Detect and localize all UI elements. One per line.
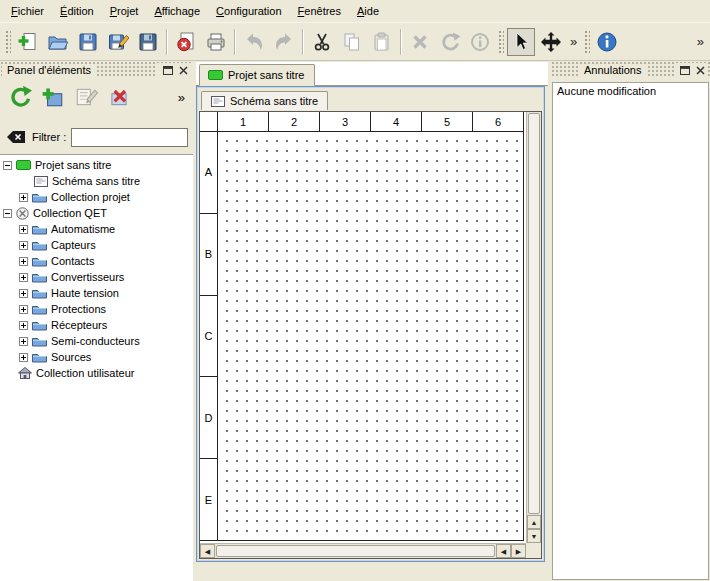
scroll-left-button[interactable] (200, 544, 215, 558)
panel-toolbar-overflow-button[interactable]: » (178, 90, 190, 105)
delete-icon (409, 31, 431, 53)
select-arrow-icon (510, 31, 532, 53)
scroll-up-button[interactable] (527, 515, 541, 529)
column-label: 2 (269, 112, 320, 131)
save-button[interactable] (73, 27, 103, 57)
copy-button (337, 27, 367, 57)
toolbar-drag-handle[interactable] (583, 29, 590, 55)
vertical-scrollbar-thumb[interactable] (528, 113, 540, 514)
elements-panel-dock: Panel d'éléments » (0, 62, 193, 581)
expand-expander-icon[interactable] (19, 305, 28, 314)
tree-item-sources[interactable]: Sources (0, 349, 193, 365)
elements-panel-header[interactable]: Panel d'éléments (0, 62, 193, 78)
edit-element-button (69, 81, 102, 114)
filter-input[interactable] (71, 128, 188, 147)
expand-expander-icon[interactable] (19, 225, 28, 234)
scroll-down-button[interactable] (527, 529, 541, 543)
home-icon (18, 367, 32, 379)
drawing-canvas[interactable] (218, 132, 524, 541)
elements-panel-title: Panel d'éléments (2, 64, 96, 76)
tree-item-haute-tension[interactable]: Haute tension (0, 285, 193, 301)
select-mode-button[interactable] (507, 28, 535, 56)
print-button[interactable] (201, 27, 231, 57)
open-project-button[interactable] (43, 27, 73, 57)
expand-expander-icon[interactable] (19, 337, 28, 346)
toolbar-overflow-button[interactable]: » (693, 34, 708, 49)
float-window-icon (680, 66, 690, 75)
tree-item-automatisme[interactable]: Automatisme (0, 221, 193, 237)
reload-collections-button[interactable] (3, 81, 36, 114)
menu-configuration[interactable]: Configuration (208, 2, 289, 20)
close-icon (696, 66, 705, 75)
close-panel-button[interactable] (693, 63, 708, 77)
menu-aide[interactable]: Aide (349, 2, 387, 20)
save-all-icon (137, 31, 159, 53)
tree-item-recepteurs[interactable]: Récepteurs (0, 317, 193, 333)
menu-projet[interactable]: Projet (102, 2, 147, 20)
cut-button[interactable] (307, 27, 337, 57)
expand-expander-icon[interactable] (19, 193, 28, 202)
expand-expander-icon[interactable] (19, 321, 28, 330)
toolbar-drag-handle[interactable] (497, 29, 504, 55)
tree-item-semi-conducteurs[interactable]: Semi-conducteurs (0, 333, 193, 349)
toolbar-separator (166, 29, 168, 55)
redo-icon (273, 31, 295, 53)
new-document-button[interactable] (13, 27, 43, 57)
scroll-left-button[interactable] (496, 544, 511, 558)
tree-item-convertisseurs[interactable]: Convertisseurs (0, 269, 193, 285)
expand-expander-icon[interactable] (19, 353, 28, 362)
close-panel-button[interactable] (176, 63, 191, 77)
tree-item-contacts[interactable]: Contacts (0, 253, 193, 269)
toolbar-drag-handle[interactable] (4, 29, 11, 55)
undo-history-item[interactable]: Aucune modification (553, 83, 708, 99)
expand-expander-icon[interactable] (19, 257, 28, 266)
project-icon (16, 160, 31, 170)
column-label: 3 (320, 112, 371, 131)
tree-item-capteurs[interactable]: Capteurs (0, 237, 193, 253)
undo-panel-header[interactable]: Annulations (551, 62, 710, 78)
new-element-icon (41, 85, 65, 109)
filter-label: Filtrer : (32, 131, 66, 143)
tree-item-schema[interactable]: Schéma sans titre (0, 173, 193, 189)
expand-expander-icon[interactable] (19, 273, 28, 282)
clear-filter-icon (6, 129, 26, 145)
schema-tab-label: Schéma sans titre (230, 95, 318, 107)
toolbar-overflow-button[interactable]: » (566, 34, 581, 49)
save-as-button[interactable] (103, 27, 133, 57)
tree-item-collection-projet[interactable]: Collection projet (0, 189, 193, 205)
new-element-button[interactable] (36, 81, 69, 114)
about-button[interactable] (592, 27, 622, 57)
folder-icon (32, 239, 47, 251)
folder-icon (32, 191, 47, 203)
float-panel-button[interactable] (160, 63, 175, 77)
rotate-icon (439, 31, 461, 53)
tree-item-collection-utilisateur[interactable]: Collection utilisateur (0, 365, 193, 381)
pan-mode-button[interactable] (536, 27, 566, 57)
collapse-expander-icon[interactable] (3, 161, 12, 170)
horizontal-scrollbar[interactable] (200, 543, 526, 558)
tree-item-collection-qet[interactable]: Collection QET (0, 205, 193, 221)
cut-icon (311, 31, 333, 53)
float-panel-button[interactable] (677, 63, 692, 77)
folder-icon (32, 303, 47, 315)
menu-fenetres[interactable]: Fenêtres (290, 2, 349, 20)
expand-expander-icon[interactable] (19, 289, 28, 298)
scroll-right-button[interactable] (511, 544, 526, 558)
clear-filter-button[interactable] (5, 128, 27, 146)
edit-pencil-icon (74, 85, 98, 109)
collapse-expander-icon[interactable] (3, 209, 12, 218)
menu-edition[interactable]: Édition (52, 2, 102, 20)
tree-item-project[interactable]: Projet sans titre (0, 157, 193, 173)
tree-item-protections[interactable]: Protections (0, 301, 193, 317)
row-label: E (200, 459, 217, 541)
expand-expander-icon[interactable] (19, 241, 28, 250)
schema-tab[interactable]: Schéma sans titre (201, 91, 328, 110)
vertical-scrollbar[interactable] (526, 112, 541, 543)
project-tab-bar: Projet sans titre (196, 62, 548, 86)
project-tab[interactable]: Projet sans titre (199, 64, 315, 86)
menu-affichage[interactable]: Affichage (146, 2, 208, 20)
close-file-button[interactable] (171, 27, 201, 57)
save-all-button[interactable] (133, 27, 163, 57)
horizontal-scrollbar-thumb[interactable] (216, 545, 495, 557)
menu-fichier[interactable]: Fichier (3, 2, 52, 20)
